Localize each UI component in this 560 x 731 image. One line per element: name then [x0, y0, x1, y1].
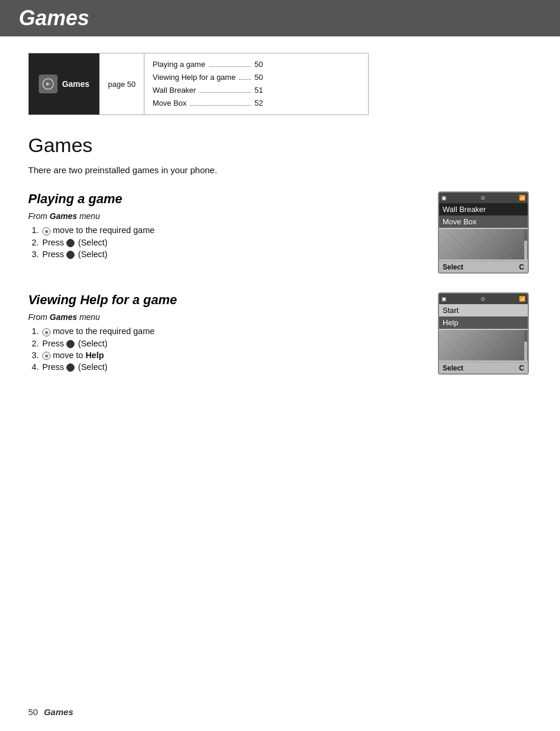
phone-bg-image-2: [439, 330, 528, 361]
phone-status-bar-2: ▣ ⊙ 📶: [439, 294, 528, 304]
help-step-2: 2. Press (Select): [28, 339, 419, 348]
info-box-icon: Games: [29, 53, 99, 114]
section-playing-from: From Games menu: [28, 211, 419, 221]
footer-page-number: 50: [28, 707, 38, 717]
help-step-4: 4. Press (Select): [28, 362, 419, 372]
section-playing-title: Playing a game: [28, 191, 419, 207]
page-heading: Games: [28, 134, 532, 157]
phone-bottom-bar-1: Select C: [439, 261, 528, 272]
header-title: Games: [19, 6, 89, 31]
section-viewing-help-text: Viewing Help for a game From Games menu …: [28, 292, 419, 375]
scrollbar-2: [524, 330, 527, 361]
section-viewing-help-title: Viewing Help for a game: [28, 292, 419, 308]
info-box-page: page 50: [99, 53, 144, 114]
status-center-1: ⊙: [481, 195, 485, 201]
phone-status-bar-1: ▣ ⊙ 📶: [439, 193, 528, 203]
select-icon-4: [66, 363, 75, 372]
toc-row-1: Playing a game 50: [153, 58, 263, 71]
scrollbar-thumb-2: [524, 330, 527, 342]
status-center-2: ⊙: [481, 296, 485, 302]
toc-row-2: Viewing Help for a game 50: [153, 71, 263, 84]
help-step-3: 3. ⊕ move to Help: [28, 351, 419, 360]
status-right-1: 📶: [519, 195, 525, 201]
info-box-label: Games: [62, 79, 90, 89]
footer: 50 Games: [28, 707, 73, 717]
status-left-2: ▣: [441, 296, 447, 302]
bottom-select-2: Select: [443, 364, 463, 372]
phone-menu-area-1: Wall Breaker Move Box: [439, 203, 528, 260]
toc-row-3: Wall Breaker 51: [153, 84, 263, 97]
section-viewing-help-screenshot: ▣ ⊙ 📶 Start Help Sele: [438, 292, 532, 375]
help-step-1: 1. ⊕ move to the required game: [28, 326, 419, 336]
step-3: 3. Press (Select): [28, 250, 419, 259]
menu-item-start: Start: [439, 304, 528, 316]
nav-icon-1: ⊕: [42, 227, 50, 235]
section-playing-text: Playing a game From Games menu 1. ⊕ move…: [28, 191, 419, 274]
scrollbar-thumb-1: [524, 229, 527, 241]
intro-text: There are two preinstalled games in your…: [28, 165, 532, 175]
phone-menu-area-2: Start Help: [439, 304, 528, 361]
nav-icon-2: ⊕: [42, 328, 50, 336]
nav-icon-3: ⊕: [42, 352, 50, 360]
step-2: 2. Press (Select): [28, 238, 419, 247]
menu-item-help: Help: [439, 316, 528, 329]
footer-section-title: Games: [44, 707, 73, 717]
main-content: Games page 50 Playing a game 50 Viewing …: [0, 36, 560, 422]
menu-item-wall-breaker: Wall Breaker: [439, 203, 528, 215]
select-icon-3: [66, 340, 75, 348]
select-icon-1: [66, 239, 75, 247]
phone-bottom-bar-2: Select C: [439, 362, 528, 373]
status-left-1: ▣: [441, 195, 447, 201]
info-box: Games page 50 Playing a game 50 Viewing …: [28, 53, 369, 115]
bottom-c-1: C: [519, 263, 524, 271]
step-1: 1. ⊕ move to the required game: [28, 225, 419, 235]
phone-bg-image-1: [439, 229, 528, 260]
header-bar: Games: [0, 0, 560, 36]
section-playing-steps: 1. ⊕ move to the required game 2. Press …: [28, 225, 419, 259]
phone-screen-1: ▣ ⊙ 📶 Wall Breaker Move Box: [438, 191, 529, 274]
info-box-toc: Playing a game 50 Viewing Help for a gam…: [144, 53, 271, 114]
section-viewing-help-from: From Games menu: [28, 312, 419, 322]
phone-screen-2: ▣ ⊙ 📶 Start Help Sele: [438, 292, 529, 375]
scrollbar-1: [524, 229, 527, 260]
games-icon: [39, 75, 58, 93]
section-playing-screenshot: ▣ ⊙ 📶 Wall Breaker Move Box: [438, 191, 532, 274]
bottom-select-1: Select: [443, 263, 463, 271]
toc-row-4: Move Box 52: [153, 97, 263, 110]
select-icon-2: [66, 251, 75, 259]
section-viewing-help: Viewing Help for a game From Games menu …: [28, 292, 532, 375]
status-right-2: 📶: [519, 296, 525, 302]
section-viewing-help-steps: 1. ⊕ move to the required game 2. Press …: [28, 326, 419, 372]
section-playing: Playing a game From Games menu 1. ⊕ move…: [28, 191, 532, 274]
bottom-c-2: C: [519, 364, 524, 372]
menu-item-move-box: Move Box: [439, 215, 528, 228]
